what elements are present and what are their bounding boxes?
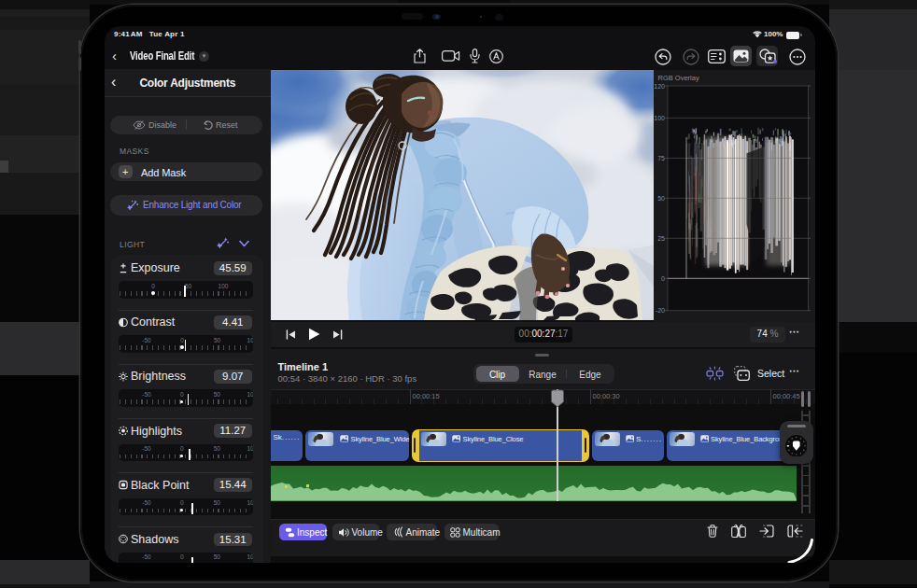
- svg-text:100: 100: [654, 114, 665, 120]
- svg-text:120: 120: [654, 82, 665, 89]
- svg-text:RGB Overlay: RGB Overlay: [657, 74, 698, 82]
- svg-text:-20: -20: [655, 307, 664, 314]
- svg-text:0: 0: [661, 274, 665, 281]
- svg-text:75: 75: [657, 154, 665, 161]
- svg-text:25: 25: [657, 234, 665, 241]
- svg-text:50: 50: [657, 194, 665, 201]
